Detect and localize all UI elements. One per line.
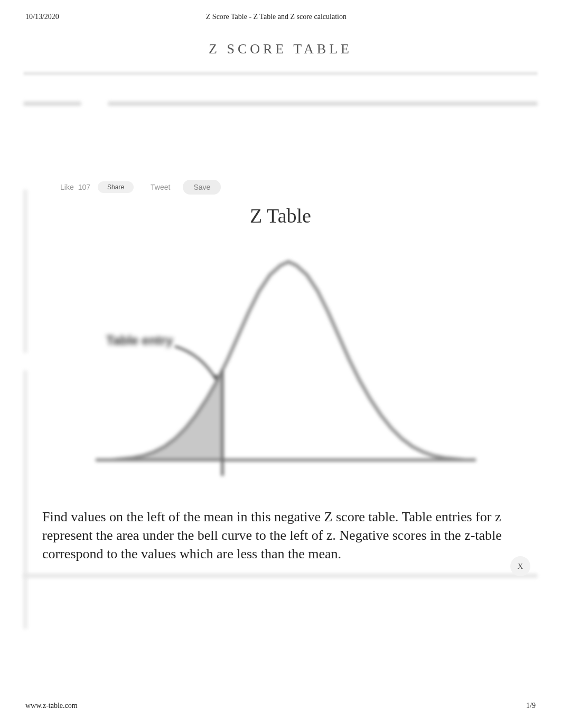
like-button[interactable]: Like 107 — [60, 183, 90, 191]
like-count: 107 — [78, 183, 90, 191]
save-button[interactable]: Save — [183, 180, 221, 195]
tweet-button[interactable]: Tweet — [151, 183, 170, 191]
description-paragraph: Find values on the left of the mean in t… — [42, 508, 522, 563]
footer-url: www.z-table.com — [25, 702, 78, 710]
bell-curve-chart: Table entry — [80, 248, 481, 486]
page-title: Z SCORE TABLE — [0, 41, 561, 57]
social-share-row: Like 107 Share Tweet Save — [60, 180, 538, 195]
header-doc-title: Z Score Table - Z Table and Z score calc… — [59, 13, 493, 21]
section-heading: Z Table — [23, 204, 538, 227]
divider — [23, 72, 538, 75]
left-edge-blur-2 — [23, 370, 27, 629]
close-button[interactable]: X — [510, 556, 530, 576]
print-footer: www.z-table.com 1/9 — [25, 702, 536, 710]
nav-item-placeholder — [23, 102, 81, 106]
bell-curve-svg — [80, 248, 481, 486]
print-header: 10/13/2020 Z Score Table - Z Table and Z… — [0, 0, 561, 21]
share-button[interactable]: Share — [98, 181, 134, 193]
nav-bar-placeholder — [108, 102, 538, 106]
header-date: 10/13/2020 — [25, 13, 59, 21]
like-label: Like — [60, 183, 74, 191]
footer-page-number: 1/9 — [526, 702, 536, 710]
left-edge-blur — [23, 189, 27, 353]
nav-placeholder — [23, 102, 538, 106]
bottom-blur-divider — [23, 574, 538, 578]
